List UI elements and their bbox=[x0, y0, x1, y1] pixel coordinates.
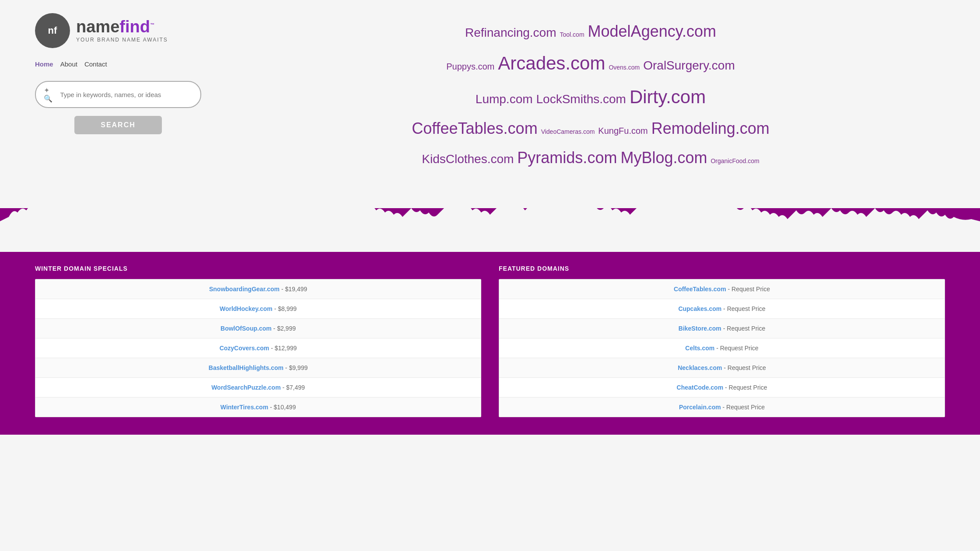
domain-row: BikeStore.com - Request Price bbox=[499, 319, 945, 338]
domain-link-celts[interactable]: Celts.com bbox=[685, 345, 714, 352]
tag-puppys[interactable]: Puppys.com bbox=[446, 59, 494, 74]
logo-name-prefix: name bbox=[76, 17, 119, 36]
nav-about[interactable]: About bbox=[60, 60, 77, 68]
domain-row: CozyCovers.com - $12,999 bbox=[35, 338, 481, 358]
tag-arcades[interactable]: Arcades.com bbox=[498, 47, 605, 80]
domain-link-cozycovers[interactable]: CozyCovers.com bbox=[220, 345, 270, 352]
logo-area: nf namefind™ YOUR BRAND NAME AWAITS bbox=[35, 13, 219, 48]
winter-column: WINTER DOMAIN SPECIALS SnowboardingGear.… bbox=[35, 265, 481, 417]
domain-price-porcelain: - Request Price bbox=[723, 404, 765, 411]
domain-row: BowlOfSoup.com - $2,999 bbox=[35, 319, 481, 338]
logo-text: namefind™ YOUR BRAND NAME AWAITS bbox=[76, 18, 168, 43]
tag-refinancing[interactable]: Refinancing.com bbox=[465, 22, 556, 44]
search-icon: ✦🔍 bbox=[44, 86, 56, 103]
domain-row: BasketballHighlights.com - $9,999 bbox=[35, 358, 481, 378]
tag-row-5: KidsClothes.com Pyramids.com MyBlog.com … bbox=[422, 144, 759, 172]
crowd-silhouette bbox=[0, 182, 980, 252]
domain-row: Cupcakes.com - Request Price bbox=[499, 299, 945, 319]
domain-row: CoffeeTables.com - Request Price bbox=[499, 279, 945, 299]
tag-remodeling[interactable]: Remodeling.com bbox=[651, 115, 770, 143]
domain-row: WinterTires.com - $10,499 bbox=[35, 398, 481, 417]
domain-price-bikestore: - Request Price bbox=[723, 325, 765, 332]
domain-row: Necklaces.com - Request Price bbox=[499, 358, 945, 378]
crowd-section bbox=[0, 182, 980, 252]
domain-price-coffeetables: - Request Price bbox=[728, 286, 770, 293]
logo-initials: nf bbox=[48, 25, 57, 36]
tag-dirty[interactable]: Dirty.com bbox=[630, 80, 706, 114]
domain-row: WorldHockey.com - $8,999 bbox=[35, 299, 481, 319]
left-panel: nf namefind™ YOUR BRAND NAME AWAITS Home… bbox=[35, 13, 219, 134]
domain-price-cupcakes: - Request Price bbox=[723, 305, 765, 312]
tag-locksmiths[interactable]: LockSmiths.com bbox=[536, 88, 626, 110]
domain-link-bowlofsoup[interactable]: BowlOfSoup.com bbox=[220, 325, 272, 332]
tag-organicfood[interactable]: OrganicFood.com bbox=[710, 156, 759, 167]
domain-link-necklaces[interactable]: Necklaces.com bbox=[678, 364, 722, 371]
tag-tool[interactable]: Tool.com bbox=[560, 29, 584, 40]
logo-tm: ™ bbox=[150, 22, 154, 27]
domain-link-porcelain[interactable]: Porcelain.com bbox=[679, 404, 721, 411]
domain-price-snowboarding: - $19,499 bbox=[281, 286, 307, 293]
search-button[interactable]: SEARCH bbox=[74, 116, 162, 134]
featured-column: FEATURED DOMAINS CoffeeTables.com - Requ… bbox=[499, 265, 945, 417]
featured-title: FEATURED DOMAINS bbox=[499, 265, 945, 272]
domain-link-cheatcode[interactable]: CheatCode.com bbox=[677, 384, 724, 391]
hero-section: nf namefind™ YOUR BRAND NAME AWAITS Home… bbox=[0, 0, 980, 182]
tag-lump[interactable]: Lump.com bbox=[476, 88, 533, 110]
domain-row: WordSearchPuzzle.com - $7,499 bbox=[35, 378, 481, 398]
logo-icon: nf bbox=[35, 13, 70, 48]
domain-price-celts: - Request Price bbox=[716, 345, 758, 352]
domain-price-wordsearchpuzzle: - $7,499 bbox=[282, 384, 304, 391]
nav-contact[interactable]: Contact bbox=[84, 60, 107, 68]
domain-row: SnowboardingGear.com - $19,499 bbox=[35, 279, 481, 299]
logo-name: namefind™ bbox=[76, 18, 168, 35]
domain-price-basketballhighlights: - $9,999 bbox=[285, 364, 308, 371]
tag-row-3: Lump.com LockSmiths.com Dirty.com bbox=[476, 80, 706, 114]
tag-row-4: CoffeeTables.com VideoCameras.com KungFu… bbox=[412, 115, 770, 143]
winter-title: WINTER DOMAIN SPECIALS bbox=[35, 265, 481, 272]
bottom-columns: WINTER DOMAIN SPECIALS SnowboardingGear.… bbox=[35, 265, 945, 417]
tag-row-1: Refinancing.com Tool.com ModelAgency.com bbox=[465, 17, 716, 46]
tag-ovens[interactable]: Ovens.com bbox=[609, 62, 640, 73]
tag-cloud: Refinancing.com Tool.com ModelAgency.com… bbox=[236, 13, 945, 173]
tag-videocameras[interactable]: VideoCameras.com bbox=[541, 126, 595, 137]
tag-myblog[interactable]: MyBlog.com bbox=[620, 144, 707, 172]
domain-link-snowboarding[interactable]: SnowboardingGear.com bbox=[209, 286, 280, 293]
domain-price-cozycovers: - $12,999 bbox=[271, 345, 297, 352]
logo-name-suffix: find bbox=[119, 17, 150, 36]
domain-row: CheatCode.com - Request Price bbox=[499, 378, 945, 398]
domain-price-cheatcode: - Request Price bbox=[725, 384, 767, 391]
featured-domain-table: CoffeeTables.com - Request Price Cupcake… bbox=[499, 279, 945, 417]
tag-modelagency[interactable]: ModelAgency.com bbox=[588, 17, 716, 46]
winter-domain-table: SnowboardingGear.com - $19,499 WorldHock… bbox=[35, 279, 481, 417]
domain-link-wintertires[interactable]: WinterTires.com bbox=[220, 404, 268, 411]
main-nav: Home About Contact bbox=[35, 60, 219, 68]
nav-home[interactable]: Home bbox=[35, 60, 53, 68]
search-bar: ✦🔍 bbox=[35, 81, 201, 108]
domain-link-coffeetables[interactable]: CoffeeTables.com bbox=[674, 286, 726, 293]
domain-price-wintertires: - $10,499 bbox=[270, 404, 296, 411]
tag-oralsurgery[interactable]: OralSurgery.com bbox=[643, 55, 735, 77]
tag-coffeetables[interactable]: CoffeeTables.com bbox=[412, 115, 538, 143]
domain-row: Porcelain.com - Request Price bbox=[499, 398, 945, 417]
domain-link-worldhockey[interactable]: WorldHockey.com bbox=[220, 305, 273, 312]
bottom-section: WINTER DOMAIN SPECIALS SnowboardingGear.… bbox=[0, 252, 980, 435]
tag-kidsclothes[interactable]: KidsClothes.com bbox=[422, 148, 514, 170]
tag-pyramids[interactable]: Pyramids.com bbox=[517, 144, 617, 172]
domain-link-basketballhighlights[interactable]: BasketballHighlights.com bbox=[209, 364, 284, 371]
domain-link-cupcakes[interactable]: Cupcakes.com bbox=[678, 305, 721, 312]
domain-price-bowlofsoup: - $2,999 bbox=[273, 325, 296, 332]
domain-link-bikestore[interactable]: BikeStore.com bbox=[679, 325, 721, 332]
domain-row: Celts.com - Request Price bbox=[499, 338, 945, 358]
tag-kungfu[interactable]: KungFu.com bbox=[598, 123, 648, 139]
domain-price-worldhockey: - $8,999 bbox=[274, 305, 297, 312]
tag-row-2: Puppys.com Arcades.com Ovens.com OralSur… bbox=[446, 47, 735, 80]
domain-price-necklaces: - Request Price bbox=[724, 364, 766, 371]
logo-tagline: YOUR BRAND NAME AWAITS bbox=[76, 37, 168, 43]
domain-link-wordsearchpuzzle[interactable]: WordSearchPuzzle.com bbox=[211, 384, 280, 391]
search-input[interactable] bbox=[60, 91, 192, 98]
